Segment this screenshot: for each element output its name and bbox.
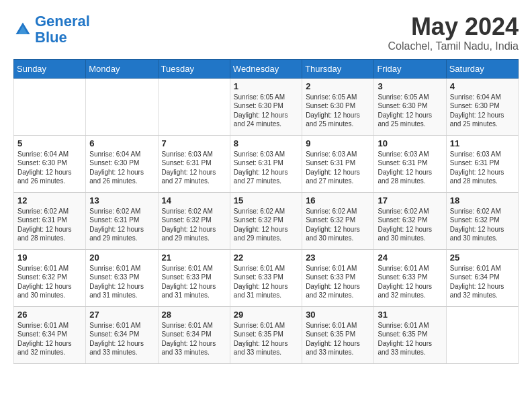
day-cell: 12Sunrise: 6:02 AM Sunset: 6:31 PM Dayli…: [14, 192, 86, 249]
day-info: Sunrise: 6:04 AM Sunset: 6:30 PM Dayligh…: [17, 150, 82, 186]
day-cell: [86, 78, 158, 135]
week-row-3: 19Sunrise: 6:01 AM Sunset: 6:32 PM Dayli…: [14, 249, 519, 306]
day-info: Sunrise: 6:04 AM Sunset: 6:30 PM Dayligh…: [450, 93, 515, 129]
day-number: 16: [306, 195, 370, 205]
day-number: 14: [162, 195, 226, 205]
day-cell: 9Sunrise: 6:03 AM Sunset: 6:31 PM Daylig…: [302, 135, 374, 192]
day-info: Sunrise: 6:01 AM Sunset: 6:34 PM Dayligh…: [17, 321, 82, 357]
day-number: 1: [234, 81, 298, 91]
col-header-wednesday: Wednesday: [230, 59, 302, 78]
day-cell: 22Sunrise: 6:01 AM Sunset: 6:33 PM Dayli…: [230, 249, 302, 306]
day-info: Sunrise: 6:01 AM Sunset: 6:32 PM Dayligh…: [17, 264, 82, 300]
day-cell: 21Sunrise: 6:01 AM Sunset: 6:33 PM Dayli…: [158, 249, 230, 306]
day-info: Sunrise: 6:01 AM Sunset: 6:34 PM Dayligh…: [162, 321, 226, 357]
day-cell: 26Sunrise: 6:01 AM Sunset: 6:34 PM Dayli…: [14, 306, 86, 363]
day-cell: [158, 78, 230, 135]
day-info: Sunrise: 6:01 AM Sunset: 6:33 PM Dayligh…: [162, 264, 226, 300]
col-header-saturday: Saturday: [446, 59, 518, 78]
day-number: 8: [234, 138, 298, 148]
day-number: 22: [234, 253, 298, 263]
week-row-0: 1Sunrise: 6:05 AM Sunset: 6:30 PM Daylig…: [14, 78, 519, 135]
day-number: 19: [17, 253, 82, 263]
week-row-1: 5Sunrise: 6:04 AM Sunset: 6:30 PM Daylig…: [14, 135, 519, 192]
day-cell: 1Sunrise: 6:05 AM Sunset: 6:30 PM Daylig…: [230, 78, 302, 135]
day-cell: 8Sunrise: 6:03 AM Sunset: 6:31 PM Daylig…: [230, 135, 302, 192]
day-number: 24: [378, 253, 442, 263]
week-row-2: 12Sunrise: 6:02 AM Sunset: 6:31 PM Dayli…: [14, 192, 519, 249]
calendar-table: SundayMondayTuesdayWednesdayThursdayFrid…: [13, 59, 519, 364]
month-year: May 2024: [388, 13, 519, 40]
location: Colachel, Tamil Nadu, India: [388, 40, 519, 52]
day-info: Sunrise: 6:03 AM Sunset: 6:31 PM Dayligh…: [162, 150, 226, 186]
day-cell: 19Sunrise: 6:01 AM Sunset: 6:32 PM Dayli…: [14, 249, 86, 306]
col-header-friday: Friday: [374, 59, 446, 78]
day-info: Sunrise: 6:01 AM Sunset: 6:35 PM Dayligh…: [234, 321, 298, 357]
day-info: Sunrise: 6:04 AM Sunset: 6:30 PM Dayligh…: [89, 150, 154, 186]
day-info: Sunrise: 6:03 AM Sunset: 6:31 PM Dayligh…: [378, 150, 442, 186]
day-cell: 13Sunrise: 6:02 AM Sunset: 6:31 PM Dayli…: [86, 192, 158, 249]
day-cell: 6Sunrise: 6:04 AM Sunset: 6:30 PM Daylig…: [86, 135, 158, 192]
day-number: 26: [17, 310, 82, 320]
day-cell: 4Sunrise: 6:04 AM Sunset: 6:30 PM Daylig…: [446, 78, 518, 135]
day-info: Sunrise: 6:03 AM Sunset: 6:31 PM Dayligh…: [306, 150, 370, 186]
day-number: 21: [162, 253, 226, 263]
title-area: May 2024 Colachel, Tamil Nadu, India: [388, 13, 519, 52]
day-cell: 20Sunrise: 6:01 AM Sunset: 6:33 PM Dayli…: [86, 249, 158, 306]
day-number: 28: [162, 310, 226, 320]
day-number: 18: [450, 195, 515, 205]
day-cell: 7Sunrise: 6:03 AM Sunset: 6:31 PM Daylig…: [158, 135, 230, 192]
day-info: Sunrise: 6:02 AM Sunset: 6:32 PM Dayligh…: [234, 207, 298, 243]
day-number: 17: [378, 195, 442, 205]
day-info: Sunrise: 6:02 AM Sunset: 6:32 PM Dayligh…: [306, 207, 370, 243]
day-number: 4: [450, 81, 515, 91]
day-info: Sunrise: 6:02 AM Sunset: 6:31 PM Dayligh…: [17, 207, 82, 243]
day-info: Sunrise: 6:01 AM Sunset: 6:35 PM Dayligh…: [378, 321, 442, 357]
day-number: 13: [89, 195, 154, 205]
day-cell: 23Sunrise: 6:01 AM Sunset: 6:33 PM Dayli…: [302, 249, 374, 306]
day-cell: 30Sunrise: 6:01 AM Sunset: 6:35 PM Dayli…: [302, 306, 374, 363]
day-info: Sunrise: 6:01 AM Sunset: 6:33 PM Dayligh…: [234, 264, 298, 300]
day-number: 15: [234, 195, 298, 205]
day-info: Sunrise: 6:01 AM Sunset: 6:35 PM Dayligh…: [306, 321, 370, 357]
day-number: 12: [17, 195, 82, 205]
day-cell: [446, 306, 518, 363]
page-header: General Blue May 2024 Colachel, Tamil Na…: [13, 13, 519, 52]
day-cell: 25Sunrise: 6:01 AM Sunset: 6:34 PM Dayli…: [446, 249, 518, 306]
day-cell: 29Sunrise: 6:01 AM Sunset: 6:35 PM Dayli…: [230, 306, 302, 363]
week-row-4: 26Sunrise: 6:01 AM Sunset: 6:34 PM Dayli…: [14, 306, 519, 363]
day-cell: 11Sunrise: 6:03 AM Sunset: 6:31 PM Dayli…: [446, 135, 518, 192]
day-number: 9: [306, 138, 370, 148]
logo-icon: [13, 20, 32, 39]
day-cell: 18Sunrise: 6:02 AM Sunset: 6:32 PM Dayli…: [446, 192, 518, 249]
day-info: Sunrise: 6:01 AM Sunset: 6:33 PM Dayligh…: [306, 264, 370, 300]
day-info: Sunrise: 6:01 AM Sunset: 6:34 PM Dayligh…: [450, 264, 515, 300]
day-info: Sunrise: 6:02 AM Sunset: 6:32 PM Dayligh…: [450, 207, 515, 243]
day-cell: 16Sunrise: 6:02 AM Sunset: 6:32 PM Dayli…: [302, 192, 374, 249]
calendar-header-row: SundayMondayTuesdayWednesdayThursdayFrid…: [14, 59, 519, 78]
day-number: 31: [378, 310, 442, 320]
col-header-thursday: Thursday: [302, 59, 374, 78]
day-cell: 28Sunrise: 6:01 AM Sunset: 6:34 PM Dayli…: [158, 306, 230, 363]
day-number: 27: [89, 310, 154, 320]
day-cell: 27Sunrise: 6:01 AM Sunset: 6:34 PM Dayli…: [86, 306, 158, 363]
day-number: 6: [89, 138, 154, 148]
day-info: Sunrise: 6:05 AM Sunset: 6:30 PM Dayligh…: [378, 93, 442, 129]
day-cell: 31Sunrise: 6:01 AM Sunset: 6:35 PM Dayli…: [374, 306, 446, 363]
day-number: 2: [306, 81, 370, 91]
day-number: 5: [17, 138, 82, 148]
day-cell: 17Sunrise: 6:02 AM Sunset: 6:32 PM Dayli…: [374, 192, 446, 249]
col-header-tuesday: Tuesday: [158, 59, 230, 78]
day-cell: 15Sunrise: 6:02 AM Sunset: 6:32 PM Dayli…: [230, 192, 302, 249]
logo-line2: Blue: [35, 29, 67, 46]
day-info: Sunrise: 6:05 AM Sunset: 6:30 PM Dayligh…: [306, 93, 370, 129]
day-info: Sunrise: 6:01 AM Sunset: 6:34 PM Dayligh…: [89, 321, 154, 357]
day-info: Sunrise: 6:01 AM Sunset: 6:33 PM Dayligh…: [89, 264, 154, 300]
day-cell: 5Sunrise: 6:04 AM Sunset: 6:30 PM Daylig…: [14, 135, 86, 192]
logo: General Blue: [13, 13, 90, 46]
day-info: Sunrise: 6:03 AM Sunset: 6:31 PM Dayligh…: [234, 150, 298, 186]
day-number: 10: [378, 138, 442, 148]
day-cell: 3Sunrise: 6:05 AM Sunset: 6:30 PM Daylig…: [374, 78, 446, 135]
day-number: 23: [306, 253, 370, 263]
day-number: 7: [162, 138, 226, 148]
day-number: 29: [234, 310, 298, 320]
